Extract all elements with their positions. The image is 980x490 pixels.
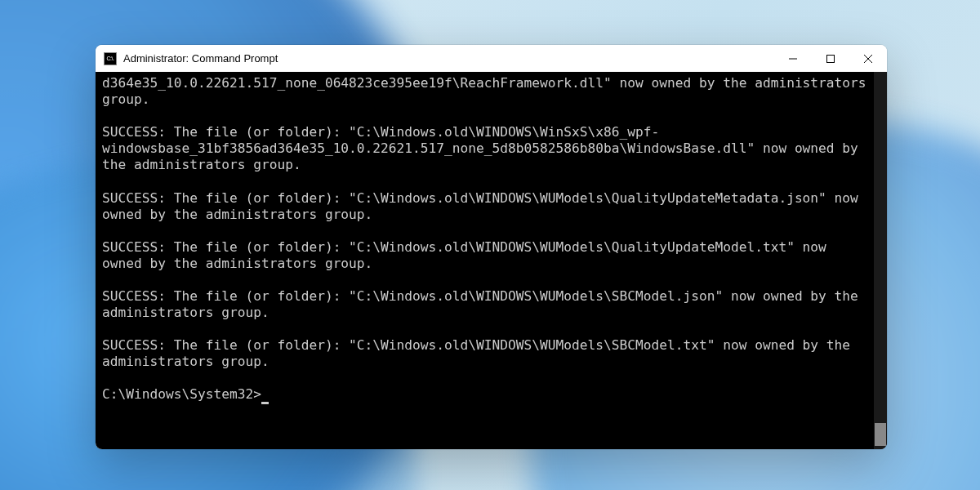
maximize-icon: [826, 55, 835, 63]
terminal-area[interactable]: d364e35_10.0.22621.517_none_064823ce395e…: [96, 72, 887, 449]
terminal-line: [102, 173, 867, 189]
close-icon: [864, 55, 872, 63]
maximize-button[interactable]: [812, 45, 849, 72]
svg-rect-1: [827, 55, 835, 62]
terminal-line: SUCCESS: The file (or folder): "C:\Windo…: [102, 190, 867, 223]
terminal-line: [102, 272, 867, 288]
window-controls: [774, 45, 887, 72]
close-button[interactable]: [849, 45, 887, 72]
terminal-line: [102, 370, 867, 386]
text-cursor: [261, 402, 269, 404]
cmd-window: C:\. Administrator: Command Prompt: [96, 45, 887, 449]
terminal-line: d364e35_10.0.22621.517_none_064823ce395e…: [102, 75, 867, 108]
terminal-line: SUCCESS: The file (or folder): "C:\Windo…: [102, 124, 867, 173]
scrollbar-thumb[interactable]: [875, 423, 886, 446]
terminal-line: SUCCESS: The file (or folder): "C:\Windo…: [102, 288, 867, 321]
terminal-line: [102, 223, 867, 239]
terminal-line: [102, 321, 867, 337]
terminal-line: SUCCESS: The file (or folder): "C:\Windo…: [102, 337, 867, 370]
cmd-icon-glyph: C:\.: [107, 56, 114, 61]
scrollbar-track[interactable]: [874, 72, 887, 449]
terminal-line: [102, 108, 867, 124]
cmd-icon: C:\.: [104, 52, 117, 65]
prompt-text: C:\Windows\System32>: [102, 386, 261, 403]
terminal-output: d364e35_10.0.22621.517_none_064823ce395e…: [96, 72, 874, 449]
window-title: Administrator: Command Prompt: [123, 52, 774, 65]
minimize-button[interactable]: [774, 45, 812, 72]
titlebar[interactable]: C:\. Administrator: Command Prompt: [96, 45, 887, 72]
terminal-prompt[interactable]: C:\Windows\System32>: [102, 386, 867, 403]
minimize-icon: [789, 55, 797, 63]
terminal-line: SUCCESS: The file (or folder): "C:\Windo…: [102, 239, 867, 272]
